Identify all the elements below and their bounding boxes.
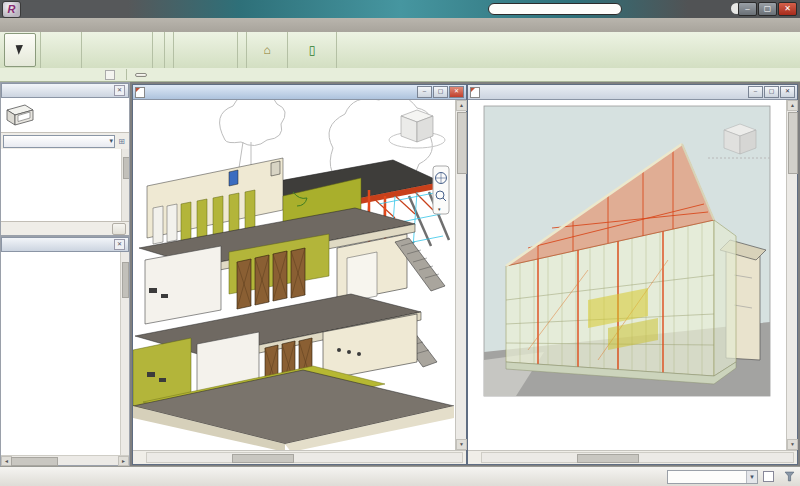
scrollbar-thumb[interactable]	[123, 157, 130, 179]
press-drag-checkbox[interactable]	[763, 471, 774, 482]
cursor-icon	[15, 43, 25, 55]
view-control-bar	[133, 450, 466, 464]
scrollbar-thumb[interactable]	[122, 262, 129, 298]
moves-with-nearby-checkbox[interactable]	[105, 70, 118, 80]
options-separator	[126, 69, 127, 80]
view-document-icon	[135, 87, 145, 98]
application-menu-button[interactable]: R	[2, 1, 21, 18]
scroll-right-icon[interactable]: ►	[118, 456, 129, 466]
perspective-model[interactable]	[468, 100, 785, 450]
viewport-minimize-button[interactable]: –	[417, 86, 432, 98]
scroll-down-icon[interactable]: ▼	[456, 439, 467, 450]
viewport-window-buttons: – ▢ ✕	[748, 86, 795, 98]
pick-new-host-button[interactable]: ▯	[292, 33, 332, 67]
ribbon-tab-bar	[0, 18, 800, 32]
title-bar: R – ▢ ✕	[0, 0, 800, 19]
panel-create	[238, 32, 247, 68]
scroll-up-icon[interactable]: ▲	[787, 100, 798, 111]
properties-footer	[1, 221, 129, 235]
drawing-canvas-perspective[interactable]	[468, 100, 786, 450]
edit-type-icon: ⊞	[118, 137, 125, 146]
options-bar	[0, 68, 800, 82]
scrollbar-thumb[interactable]	[788, 112, 798, 174]
viewport-minimize-button[interactable]: –	[748, 86, 763, 98]
project-browser-tree	[1, 252, 129, 455]
viewport-vertical-scrollbar[interactable]: ▲ ▼	[786, 100, 797, 450]
activate-dimensions-button[interactable]	[135, 73, 147, 77]
viewport-restore-button[interactable]: ▢	[764, 86, 779, 98]
type-selector-row: ▼ ⊞	[1, 133, 129, 149]
viewport-window-perspective: – ▢ ✕	[467, 84, 798, 465]
properties-header[interactable]: ✕	[1, 83, 129, 98]
viewcube[interactable]	[389, 110, 445, 148]
panel-clipboard	[82, 32, 153, 68]
viewport-horizontal-scrollbar[interactable]	[481, 452, 794, 463]
properties-close-icon[interactable]: ✕	[114, 85, 125, 96]
apply-button[interactable]	[112, 223, 126, 235]
panel-geometry	[153, 32, 165, 68]
edit-family-icon: ⌂	[263, 44, 270, 57]
checkbox-icon	[105, 70, 115, 80]
drawing-canvas-3d-cutaway[interactable]: ▾	[133, 100, 455, 450]
chevron-down-icon: ▼	[746, 471, 757, 483]
scrollbar-thumb[interactable]	[577, 454, 639, 463]
panel-modify-tools	[174, 32, 238, 68]
tree-horizontal-scrollbar[interactable]: ◄ ►	[1, 455, 129, 465]
viewport-title-bar[interactable]: – ▢ ✕	[468, 85, 797, 100]
infocenter-search-input[interactable]	[488, 3, 622, 15]
panel-properties	[41, 32, 82, 68]
viewport-window-buttons: – ▢ ✕	[417, 86, 464, 98]
edit-family-button[interactable]: ⌂	[251, 33, 283, 67]
viewport-window-3d: – ▢ ✕	[132, 84, 467, 465]
pick-new-host-icon: ▯	[309, 44, 316, 57]
viewport-horizontal-scrollbar[interactable]	[146, 452, 463, 463]
scroll-down-icon[interactable]: ▼	[787, 439, 798, 450]
mdi-view-area: – ▢ ✕	[130, 82, 800, 466]
building-geometry	[133, 158, 454, 450]
properties-grid	[1, 149, 129, 221]
project-browser-close-icon[interactable]: ✕	[114, 239, 125, 250]
scroll-up-icon[interactable]: ▲	[456, 100, 467, 111]
view-control-bar	[468, 450, 797, 464]
viewport-title-bar[interactable]: – ▢ ✕	[133, 85, 466, 100]
chevron-down-icon: ▼	[108, 136, 114, 147]
properties-scrollbar[interactable]	[121, 149, 129, 221]
close-button[interactable]: ✕	[778, 2, 797, 16]
project-browser: ✕ ◄ ►	[0, 236, 130, 466]
tree-scrollbar[interactable]	[120, 252, 129, 455]
project-browser-header[interactable]: ✕	[1, 237, 129, 252]
scrollbar-thumb[interactable]	[232, 454, 294, 463]
type-selector-dropdown[interactable]: ▼	[3, 135, 115, 148]
navigation-bar[interactable]: ▾	[433, 166, 449, 214]
minimize-button[interactable]: –	[738, 2, 757, 16]
viewport-restore-button[interactable]: ▢	[433, 86, 448, 98]
status-bar: ▼	[0, 466, 800, 486]
view-document-icon	[470, 87, 480, 98]
restore-button[interactable]: ▢	[758, 2, 777, 16]
type-preview	[1, 98, 129, 133]
design-option-dropdown[interactable]: ▼	[667, 470, 758, 484]
viewport-close-button[interactable]: ✕	[780, 86, 795, 98]
building-cutaway-model[interactable]: ▾	[133, 100, 454, 450]
window-buttons: – ▢ ✕	[738, 2, 797, 16]
window-family-icon	[3, 102, 37, 128]
modify-button[interactable]	[4, 33, 36, 67]
filter-icon[interactable]	[784, 471, 795, 482]
ribbon: ⌂ ▯	[0, 32, 800, 69]
panel-host: ▯	[288, 32, 337, 68]
edit-type-button[interactable]: ⊞	[117, 136, 127, 147]
viewport-close-button[interactable]: ✕	[449, 86, 464, 98]
revit-application-window: R – ▢ ✕	[0, 0, 800, 486]
panel-measure	[165, 32, 174, 68]
scrollbar-thumb[interactable]	[11, 457, 58, 466]
status-right-controls: ▼	[662, 470, 795, 484]
scrollbar-thumb[interactable]	[457, 112, 467, 174]
panel-mode: ⌂	[247, 32, 288, 68]
left-dock: ✕ ▼ ⊞	[0, 82, 130, 466]
properties-palette: ✕ ▼ ⊞	[0, 82, 130, 236]
panel-select	[0, 32, 41, 68]
properties-button[interactable]	[45, 33, 77, 67]
paste-button[interactable]	[86, 33, 118, 67]
viewport-vertical-scrollbar[interactable]: ▲ ▼	[455, 100, 466, 450]
